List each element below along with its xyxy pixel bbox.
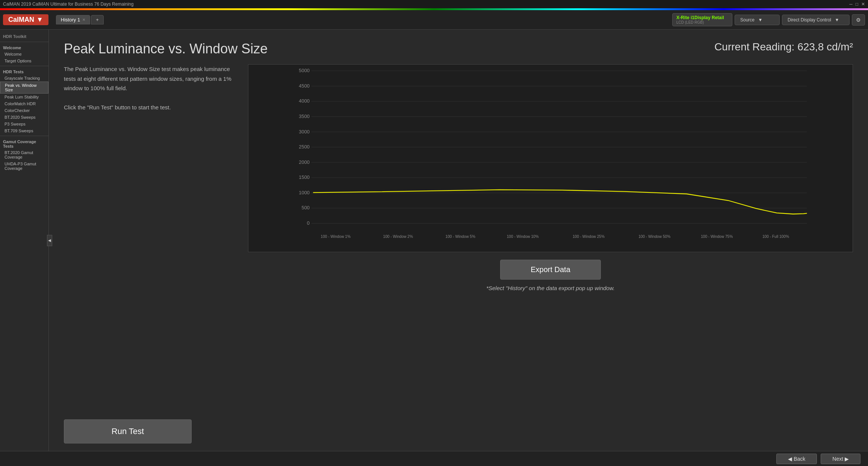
svg-text:100 - Window  25%: 100 - Window 25% xyxy=(573,235,605,239)
minimize-btn[interactable]: ─ xyxy=(849,2,853,7)
direct-display-button[interactable]: Direct Display Control ▼ xyxy=(782,15,850,25)
settings-icon: ⚙ xyxy=(856,17,861,23)
sidebar-item-colormatch[interactable]: ColorMatch HDR xyxy=(0,100,48,107)
svg-text:3500: 3500 xyxy=(299,113,310,119)
close-btn[interactable]: ✕ xyxy=(861,2,865,7)
toolbar: CalMAN ▼ History 1 ✕ + X-Rite i1Display … xyxy=(0,10,868,30)
sidebar-item-p3-sweeps[interactable]: P3 Sweeps xyxy=(0,121,48,127)
svg-text:1000: 1000 xyxy=(299,190,310,195)
next-button[interactable]: Next ▶ xyxy=(821,454,860,464)
device-sublabel: LCD (LED RGB) xyxy=(676,20,704,24)
bottom-nav: ◀ Back Next ▶ xyxy=(0,451,868,466)
svg-text:100 - Window  75%: 100 - Window 75% xyxy=(701,235,733,239)
svg-text:3000: 3000 xyxy=(299,129,310,135)
tab-add-label: + xyxy=(96,17,99,23)
svg-text:500: 500 xyxy=(302,205,310,210)
sidebar-item-peak-stability[interactable]: Peak Lum Stability xyxy=(0,94,48,100)
source-label: Source xyxy=(740,17,755,23)
top-right-controls: X-Rite i1Display Retail LCD (LED RGB) So… xyxy=(672,13,865,26)
tab-history1[interactable]: History 1 ✕ xyxy=(56,15,90,24)
direct-display-dropdown-icon: ▼ xyxy=(835,17,839,23)
svg-text:100 - Window  5%: 100 - Window 5% xyxy=(446,235,475,239)
divider1 xyxy=(0,42,48,42)
svg-text:100 - Window  50%: 100 - Window 50% xyxy=(638,235,670,239)
tab-history1-label: History 1 xyxy=(61,17,80,23)
svg-text:100 - Full  100%: 100 - Full 100% xyxy=(762,235,789,239)
collapse-icon: ◀ xyxy=(48,238,51,242)
sidebar: HDR Toolkit Welcome Welcome Target Optio… xyxy=(0,30,49,451)
current-reading-value: 623,8 cd/m² xyxy=(797,41,853,53)
sidebar-item-welcome[interactable]: Welcome xyxy=(0,51,48,57)
content-area: Peak Luminance vs. Window Size Current R… xyxy=(49,30,868,451)
tab-add[interactable]: + xyxy=(91,15,104,24)
svg-text:4500: 4500 xyxy=(299,83,310,89)
title-bar: CalMAN 2019 CalMAN Ultimate for Business… xyxy=(0,0,868,8)
svg-text:2000: 2000 xyxy=(299,159,310,165)
history-note: *Select "History" on the data export pop… xyxy=(486,285,615,291)
tab-bar: History 1 ✕ + xyxy=(56,15,104,24)
sidebar-collapse-btn[interactable]: ◀ xyxy=(47,235,52,246)
tab-close-icon[interactable]: ✕ xyxy=(82,18,85,22)
svg-text:1500: 1500 xyxy=(299,174,310,180)
sidebar-item-colorchecker[interactable]: ColorChecker xyxy=(0,107,48,114)
maximize-btn[interactable]: □ xyxy=(856,2,858,7)
chart-svg: 5000 4500 4000 3500 3000 2500 2000 1500 xyxy=(248,64,853,252)
svg-text:0: 0 xyxy=(307,220,310,226)
title-text: CalMAN 2019 CalMAN Ultimate for Business… xyxy=(3,2,133,7)
current-reading-label: Current Reading: xyxy=(714,41,794,53)
sidebar-item-peak-window[interactable]: Peak vs. Window Size xyxy=(0,82,48,94)
svg-text:5000: 5000 xyxy=(299,68,310,73)
device-name: X-Rite i1Display Retail xyxy=(676,15,724,20)
chart-container: 5000 4500 4000 3500 3000 2500 2000 1500 xyxy=(248,64,853,443)
back-button[interactable]: ◀ Back xyxy=(776,454,817,464)
left-panel: The Peak Luminance vs. Window Size test … xyxy=(64,64,233,443)
description: The Peak Luminance vs. Window Size test … xyxy=(64,64,233,112)
page-title: Peak Luminance vs. Window Size xyxy=(64,41,268,57)
bottom-panel: Export Data *Select "History" on the dat… xyxy=(248,260,853,291)
direct-display-label: Direct Display Control xyxy=(788,17,831,23)
main-layout: HDR Toolkit Welcome Welcome Target Optio… xyxy=(0,30,868,451)
page-title-row: Peak Luminance vs. Window Size Current R… xyxy=(64,41,853,57)
chart-line xyxy=(313,190,807,214)
svg-text:100 - Window  2%: 100 - Window 2% xyxy=(383,235,413,239)
toolkit-label: HDR Toolkit xyxy=(0,33,48,40)
current-reading: Current Reading: 623,8 cd/m² xyxy=(714,41,853,53)
divider2 xyxy=(0,66,48,66)
sidebar-item-grayscale[interactable]: Grayscale Tracking xyxy=(0,75,48,82)
svg-text:2500: 2500 xyxy=(299,144,310,150)
settings-button[interactable]: ⚙ xyxy=(852,14,865,26)
welcome-group: Welcome xyxy=(0,44,48,51)
sidebar-item-target-options[interactable]: Target Options xyxy=(0,57,48,64)
sidebar-item-bt2020-gamut[interactable]: BT.2020 Gamut Coverage xyxy=(0,149,48,160)
hdr-tests-group: HDR Tests xyxy=(0,68,48,75)
sidebar-item-bt2020-sweeps[interactable]: BT.2020 Sweeps xyxy=(0,114,48,121)
logo-arrow: ▼ xyxy=(36,16,43,24)
logo-text: CalMAN xyxy=(8,16,34,24)
gamut-coverage-group: Gamut Coverage Tests xyxy=(0,138,48,149)
svg-text:100 - Window  10%: 100 - Window 10% xyxy=(507,235,539,239)
calman-logo[interactable]: CalMAN ▼ xyxy=(3,14,48,25)
sidebar-item-uhda-p3-gamut[interactable]: UHDA-P3 Gamut Coverage xyxy=(0,160,48,172)
device-button[interactable]: X-Rite i1Display Retail LCD (LED RGB) xyxy=(672,13,732,26)
run-test-button[interactable]: Run Test xyxy=(64,419,192,443)
source-dropdown-icon: ▼ xyxy=(758,17,762,23)
source-button[interactable]: Source ▼ xyxy=(735,15,780,25)
main-content-area: The Peak Luminance vs. Window Size test … xyxy=(64,64,853,443)
divider3 xyxy=(0,136,48,136)
sidebar-item-bt709-sweeps[interactable]: BT.709 Sweeps xyxy=(0,127,48,134)
svg-text:100 - Window  1%: 100 - Window 1% xyxy=(321,235,351,239)
export-data-button[interactable]: Export Data xyxy=(500,260,601,280)
svg-text:4000: 4000 xyxy=(299,98,310,104)
